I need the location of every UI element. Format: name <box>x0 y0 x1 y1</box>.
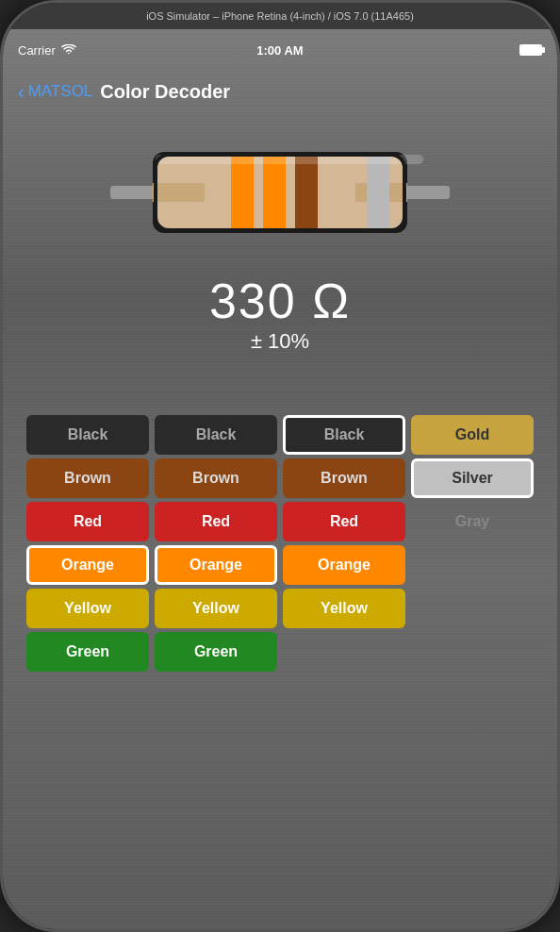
nav-bar: ‹ MATSOL Color Decoder <box>3 71 557 112</box>
status-left: Carrier <box>18 43 76 58</box>
color-column-4: Gold Silver Gray <box>411 415 534 541</box>
col3-yellow-btn[interactable]: Yellow <box>283 589 405 628</box>
nav-title: Color Decoder <box>100 81 230 103</box>
col3-red-btn[interactable]: Red <box>283 502 405 541</box>
col3-black-btn[interactable]: Black <box>283 415 405 455</box>
svg-rect-11 <box>295 155 318 230</box>
carrier-label: Carrier <box>18 43 56 58</box>
wifi-icon <box>61 44 76 56</box>
color-column-1: Black Brown Red Orange Yellow Green <box>26 415 149 672</box>
col2-green-btn[interactable]: Green <box>155 632 277 672</box>
back-label[interactable]: MATSOL <box>28 82 93 101</box>
svg-rect-8 <box>367 155 389 230</box>
col2-yellow-btn[interactable]: Yellow <box>155 589 277 628</box>
title-bar: iOS Simulator – iPhone Retina (4-inch) /… <box>3 3 557 29</box>
col1-brown-btn[interactable]: Brown <box>26 458 149 498</box>
color-column-3: Black Brown Red Orange Yellow <box>283 415 405 628</box>
resistor-image <box>110 131 450 254</box>
col1-black-btn[interactable]: Black <box>26 415 149 455</box>
col2-orange-btn[interactable]: Orange <box>155 545 277 585</box>
tolerance-value: ± 10% <box>3 329 557 354</box>
svg-rect-0 <box>110 186 157 199</box>
col1-yellow-btn[interactable]: Yellow <box>26 589 149 628</box>
value-display: 330 Ω ± 10% <box>3 263 557 358</box>
back-button[interactable]: ‹ MATSOL <box>18 81 92 103</box>
device-frame: iOS Simulator – iPhone Retina (4-inch) /… <box>0 0 560 932</box>
col2-brown-btn[interactable]: Brown <box>155 458 277 498</box>
color-selector: Black Brown Red Orange Yellow Green Blac… <box>3 358 557 681</box>
status-bar: Carrier 1:00 AM <box>3 29 557 71</box>
col3-orange-btn[interactable]: Orange <box>283 545 405 585</box>
col1-green-btn[interactable]: Green <box>26 632 149 672</box>
col1-orange-btn[interactable]: Orange <box>26 545 149 585</box>
svg-rect-10 <box>263 155 286 230</box>
phone-screen: Carrier 1:00 AM ‹ MATSOL Color Decoder <box>3 29 557 929</box>
resistor-section <box>3 112 557 263</box>
svg-rect-9 <box>231 155 254 230</box>
title-bar-text: iOS Simulator – iPhone Retina (4-inch) /… <box>146 10 414 22</box>
col4-gray-btn[interactable]: Gray <box>411 502 534 541</box>
time-display: 1:00 AM <box>256 43 303 58</box>
col2-red-btn[interactable]: Red <box>155 502 277 541</box>
svg-rect-1 <box>403 186 450 199</box>
col4-silver-btn[interactable]: Silver <box>411 458 534 498</box>
color-column-2: Black Brown Red Orange Yellow Green <box>155 415 277 672</box>
col2-black-btn[interactable]: Black <box>155 415 277 455</box>
col4-gold-btn[interactable]: Gold <box>411 415 534 455</box>
col1-red-btn[interactable]: Red <box>26 502 149 541</box>
battery-icon <box>519 44 542 56</box>
resistance-value: 330 Ω <box>3 273 557 329</box>
svg-rect-6 <box>153 183 205 202</box>
back-chevron-icon: ‹ <box>18 81 25 103</box>
col3-brown-btn[interactable]: Brown <box>283 458 405 498</box>
res-num: 330 Ω <box>209 274 351 328</box>
